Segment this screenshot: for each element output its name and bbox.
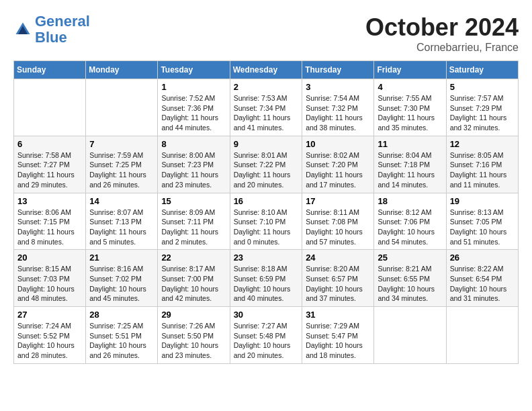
title-block: October 2024 Cornebarrieu, France bbox=[365, 13, 519, 54]
calendar-cell: 16Sunrise: 8:10 AM Sunset: 7:10 PM Dayli… bbox=[230, 193, 302, 250]
day-info: Sunrise: 8:06 AM Sunset: 7:15 PM Dayligh… bbox=[17, 208, 82, 247]
calendar-week-2: 6Sunrise: 7:58 AM Sunset: 7:27 PM Daylig… bbox=[14, 136, 519, 193]
day-number: 18 bbox=[378, 196, 442, 206]
calendar-cell: 31Sunrise: 7:29 AM Sunset: 5:47 PM Dayli… bbox=[302, 307, 374, 364]
calendar-cell: 12Sunrise: 8:05 AM Sunset: 7:16 PM Dayli… bbox=[446, 136, 518, 193]
calendar-cell: 6Sunrise: 7:58 AM Sunset: 7:27 PM Daylig… bbox=[14, 136, 86, 193]
day-info: Sunrise: 7:53 AM Sunset: 7:34 PM Dayligh… bbox=[234, 93, 299, 133]
calendar-cell: 22Sunrise: 8:17 AM Sunset: 7:00 PM Dayli… bbox=[158, 250, 230, 307]
day-number: 11 bbox=[378, 139, 442, 149]
day-info: Sunrise: 8:20 AM Sunset: 6:57 PM Dayligh… bbox=[306, 264, 370, 304]
day-number: 4 bbox=[378, 82, 442, 92]
day-number: 1 bbox=[161, 82, 226, 92]
page-header: General Blue October 2024 Cornebarrieu, … bbox=[13, 13, 519, 54]
day-info: Sunrise: 8:10 AM Sunset: 7:10 PM Dayligh… bbox=[234, 208, 299, 247]
day-info: Sunrise: 7:54 AM Sunset: 7:32 PM Dayligh… bbox=[306, 93, 370, 133]
weekday-header-tuesday: Tuesday bbox=[158, 61, 230, 79]
day-info: Sunrise: 8:12 AM Sunset: 7:06 PM Dayligh… bbox=[378, 208, 442, 247]
day-number: 30 bbox=[234, 310, 299, 320]
calendar-cell: 25Sunrise: 8:21 AM Sunset: 6:55 PM Dayli… bbox=[374, 250, 446, 307]
calendar-cell bbox=[374, 307, 446, 364]
day-info: Sunrise: 7:58 AM Sunset: 7:27 PM Dayligh… bbox=[17, 150, 82, 190]
calendar-cell bbox=[86, 79, 158, 136]
weekday-header-friday: Friday bbox=[374, 61, 446, 79]
day-number: 16 bbox=[234, 196, 299, 206]
day-info: Sunrise: 8:00 AM Sunset: 7:23 PM Dayligh… bbox=[161, 150, 226, 190]
day-info: Sunrise: 7:55 AM Sunset: 7:30 PM Dayligh… bbox=[378, 93, 442, 133]
calendar-cell: 14Sunrise: 8:07 AM Sunset: 7:13 PM Dayli… bbox=[86, 193, 158, 250]
day-info: Sunrise: 7:59 AM Sunset: 7:25 PM Dayligh… bbox=[89, 150, 154, 190]
calendar-cell: 17Sunrise: 8:11 AM Sunset: 7:08 PM Dayli… bbox=[302, 193, 374, 250]
calendar-cell: 8Sunrise: 8:00 AM Sunset: 7:23 PM Daylig… bbox=[158, 136, 230, 193]
day-number: 2 bbox=[234, 82, 299, 92]
day-number: 25 bbox=[378, 253, 442, 263]
month-title: October 2024 bbox=[365, 13, 519, 42]
calendar-cell: 13Sunrise: 8:06 AM Sunset: 7:15 PM Dayli… bbox=[14, 193, 86, 250]
day-info: Sunrise: 8:09 AM Sunset: 7:11 PM Dayligh… bbox=[161, 208, 226, 247]
day-info: Sunrise: 7:52 AM Sunset: 7:36 PM Dayligh… bbox=[161, 93, 226, 133]
day-number: 8 bbox=[161, 139, 226, 149]
calendar-week-4: 20Sunrise: 8:15 AM Sunset: 7:03 PM Dayli… bbox=[14, 250, 519, 307]
weekday-header-thursday: Thursday bbox=[302, 61, 374, 79]
day-info: Sunrise: 8:05 AM Sunset: 7:16 PM Dayligh… bbox=[450, 150, 515, 190]
day-info: Sunrise: 8:11 AM Sunset: 7:08 PM Dayligh… bbox=[306, 208, 370, 247]
weekday-header-monday: Monday bbox=[86, 61, 158, 79]
weekday-header-wednesday: Wednesday bbox=[230, 61, 302, 79]
day-info: Sunrise: 8:07 AM Sunset: 7:13 PM Dayligh… bbox=[89, 208, 154, 247]
calendar-cell: 26Sunrise: 8:22 AM Sunset: 6:54 PM Dayli… bbox=[446, 250, 518, 307]
day-number: 17 bbox=[306, 196, 370, 206]
day-info: Sunrise: 7:57 AM Sunset: 7:29 PM Dayligh… bbox=[450, 93, 515, 133]
day-info: Sunrise: 7:29 AM Sunset: 5:47 PM Dayligh… bbox=[306, 321, 370, 361]
calendar-week-3: 13Sunrise: 8:06 AM Sunset: 7:15 PM Dayli… bbox=[14, 193, 519, 250]
day-info: Sunrise: 8:18 AM Sunset: 6:59 PM Dayligh… bbox=[234, 264, 299, 304]
day-number: 24 bbox=[306, 253, 370, 263]
calendar-cell: 4Sunrise: 7:55 AM Sunset: 7:30 PM Daylig… bbox=[374, 79, 446, 136]
day-info: Sunrise: 7:25 AM Sunset: 5:51 PM Dayligh… bbox=[89, 321, 154, 361]
day-info: Sunrise: 7:26 AM Sunset: 5:50 PM Dayligh… bbox=[161, 321, 226, 361]
location: Cornebarrieu, France bbox=[365, 42, 519, 54]
day-number: 9 bbox=[234, 139, 299, 149]
day-number: 29 bbox=[161, 310, 226, 320]
day-info: Sunrise: 7:24 AM Sunset: 5:52 PM Dayligh… bbox=[17, 321, 82, 361]
day-info: Sunrise: 8:16 AM Sunset: 7:02 PM Dayligh… bbox=[89, 264, 154, 304]
calendar-week-1: 1Sunrise: 7:52 AM Sunset: 7:36 PM Daylig… bbox=[14, 79, 519, 136]
calendar-cell: 5Sunrise: 7:57 AM Sunset: 7:29 PM Daylig… bbox=[446, 79, 518, 136]
calendar-cell: 11Sunrise: 8:04 AM Sunset: 7:18 PM Dayli… bbox=[374, 136, 446, 193]
logo: General Blue bbox=[13, 13, 90, 46]
calendar-cell: 18Sunrise: 8:12 AM Sunset: 7:06 PM Dayli… bbox=[374, 193, 446, 250]
day-info: Sunrise: 8:17 AM Sunset: 7:00 PM Dayligh… bbox=[161, 264, 226, 304]
day-info: Sunrise: 8:22 AM Sunset: 6:54 PM Dayligh… bbox=[450, 264, 515, 304]
day-number: 10 bbox=[306, 139, 370, 149]
day-number: 14 bbox=[89, 196, 154, 206]
calendar-cell: 28Sunrise: 7:25 AM Sunset: 5:51 PM Dayli… bbox=[86, 307, 158, 364]
logo-text-line1: General bbox=[35, 13, 90, 30]
day-info: Sunrise: 8:15 AM Sunset: 7:03 PM Dayligh… bbox=[17, 264, 82, 304]
logo-text-line2: Blue bbox=[35, 30, 90, 46]
logo-icon bbox=[13, 20, 32, 39]
day-number: 12 bbox=[450, 139, 515, 149]
calendar-cell: 7Sunrise: 7:59 AM Sunset: 7:25 PM Daylig… bbox=[86, 136, 158, 193]
calendar-cell: 27Sunrise: 7:24 AM Sunset: 5:52 PM Dayli… bbox=[14, 307, 86, 364]
day-info: Sunrise: 8:02 AM Sunset: 7:20 PM Dayligh… bbox=[306, 150, 370, 190]
calendar-cell: 24Sunrise: 8:20 AM Sunset: 6:57 PM Dayli… bbox=[302, 250, 374, 307]
calendar-cell: 29Sunrise: 7:26 AM Sunset: 5:50 PM Dayli… bbox=[158, 307, 230, 364]
day-info: Sunrise: 8:13 AM Sunset: 7:05 PM Dayligh… bbox=[450, 208, 515, 247]
calendar-cell: 10Sunrise: 8:02 AM Sunset: 7:20 PM Dayli… bbox=[302, 136, 374, 193]
calendar-week-5: 27Sunrise: 7:24 AM Sunset: 5:52 PM Dayli… bbox=[14, 307, 519, 364]
day-info: Sunrise: 8:01 AM Sunset: 7:22 PM Dayligh… bbox=[234, 150, 299, 190]
day-info: Sunrise: 8:04 AM Sunset: 7:18 PM Dayligh… bbox=[378, 150, 442, 190]
day-number: 6 bbox=[17, 139, 82, 149]
calendar-cell: 21Sunrise: 8:16 AM Sunset: 7:02 PM Dayli… bbox=[86, 250, 158, 307]
day-number: 7 bbox=[89, 139, 154, 149]
calendar-cell: 9Sunrise: 8:01 AM Sunset: 7:22 PM Daylig… bbox=[230, 136, 302, 193]
day-number: 22 bbox=[161, 253, 226, 263]
calendar-cell: 3Sunrise: 7:54 AM Sunset: 7:32 PM Daylig… bbox=[302, 79, 374, 136]
calendar-cell bbox=[14, 79, 86, 136]
day-number: 19 bbox=[450, 196, 515, 206]
day-number: 23 bbox=[234, 253, 299, 263]
calendar-cell: 20Sunrise: 8:15 AM Sunset: 7:03 PM Dayli… bbox=[14, 250, 86, 307]
day-number: 26 bbox=[450, 253, 515, 263]
calendar-cell: 23Sunrise: 8:18 AM Sunset: 6:59 PM Dayli… bbox=[230, 250, 302, 307]
day-info: Sunrise: 8:21 AM Sunset: 6:55 PM Dayligh… bbox=[378, 264, 442, 304]
weekday-header-row: SundayMondayTuesdayWednesdayThursdayFrid… bbox=[14, 61, 519, 79]
